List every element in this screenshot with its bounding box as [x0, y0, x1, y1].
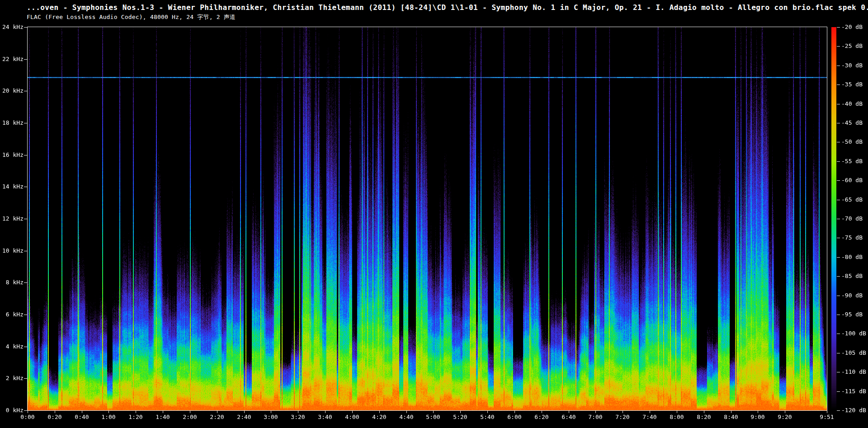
db-tick-label: -20 dB: [841, 24, 863, 31]
time-tick-mark: [271, 411, 271, 413]
db-tick-label: -80 dB: [841, 254, 863, 261]
db-tick-mark: [837, 104, 840, 104]
db-tick-mark: [837, 46, 840, 47]
db-tick-label: -25 dB: [841, 42, 863, 50]
freq-tick-label: 4 kHz: [0, 343, 24, 350]
spek-window: ...oven - Symphonies Nos.1-3 - Wiener Ph…: [0, 0, 868, 428]
db-tick-label: -85 dB: [841, 273, 863, 280]
db-tick-mark: [837, 353, 840, 353]
freq-tick-label: 18 kHz: [0, 119, 24, 127]
db-tick-mark: [837, 334, 840, 334]
freq-tick-mark: [24, 59, 27, 60]
freq-tick-mark: [24, 347, 27, 347]
freq-tick-label: 6 kHz: [0, 311, 24, 318]
time-tick-mark: [244, 411, 245, 413]
freq-tick-label: 12 kHz: [0, 215, 24, 222]
db-tick-mark: [837, 372, 840, 372]
db-tick-label: -70 dB: [841, 215, 863, 222]
freq-tick-label: 8 kHz: [0, 279, 24, 286]
window-title: ...oven - Symphonies Nos.1-3 - Wiener Ph…: [27, 3, 868, 12]
freq-tick-mark: [24, 315, 27, 315]
db-tick-label: -35 dB: [841, 81, 863, 88]
freq-tick-mark: [24, 155, 27, 155]
db-tick-label: -60 dB: [841, 177, 863, 184]
time-tick-mark: [217, 411, 217, 413]
freq-tick-label: 24 kHz: [0, 24, 24, 31]
freq-tick-label: 10 kHz: [0, 247, 24, 254]
db-tick-label: -75 dB: [841, 234, 863, 241]
freq-tick-label: 0 kHz: [0, 407, 24, 414]
time-tick-mark: [677, 411, 677, 413]
db-tick-mark: [837, 238, 840, 238]
time-tick-mark: [785, 411, 785, 413]
db-tick-label: -45 dB: [841, 119, 863, 127]
freq-tick-label: 14 kHz: [0, 183, 24, 190]
time-tick-mark: [595, 411, 596, 413]
db-tick-label: -120 dB: [841, 407, 866, 414]
db-tick-label: -100 dB: [841, 330, 866, 337]
freq-tick-mark: [24, 251, 27, 251]
freq-tick-label: 20 kHz: [0, 87, 24, 94]
time-tick-mark: [460, 411, 461, 413]
time-tick-mark: [55, 411, 55, 413]
db-tick-mark: [837, 180, 840, 181]
freq-tick-mark: [24, 123, 27, 123]
db-tick-mark: [837, 200, 840, 200]
db-tick-label: -90 dB: [841, 292, 863, 299]
time-tick-mark: [379, 411, 380, 413]
freq-tick-label: 2 kHz: [0, 375, 24, 382]
freq-tick-mark: [24, 187, 27, 187]
db-tick-mark: [837, 276, 840, 277]
db-tick-mark: [837, 315, 840, 315]
time-tick-mark: [487, 411, 488, 413]
file-info: FLAC (Free Lossless Audio Codec), 48000 …: [27, 13, 236, 21]
db-tick-label: -65 dB: [841, 196, 863, 203]
time-tick-mark: [731, 411, 731, 413]
time-tick-mark: [108, 411, 109, 413]
time-tick-mark: [163, 411, 163, 413]
db-tick-label: -40 dB: [841, 100, 863, 108]
freq-tick-mark: [24, 282, 27, 283]
time-tick-mark: [704, 411, 704, 413]
db-tick-label: -105 dB: [841, 349, 866, 357]
time-tick-mark: [352, 411, 353, 413]
db-tick-mark: [837, 391, 840, 392]
time-tick-mark: [542, 411, 542, 413]
db-tick-label: -55 dB: [841, 158, 863, 165]
db-tick-mark: [837, 161, 840, 162]
freq-tick-label: 22 kHz: [0, 56, 24, 63]
freq-tick-mark: [24, 410, 27, 411]
spectrogram-canvas: [28, 27, 827, 410]
time-tick-mark: [827, 411, 827, 413]
time-tick-mark: [190, 411, 190, 413]
time-tick-mark: [82, 411, 82, 413]
time-tick-mark: [28, 411, 28, 413]
freq-tick-mark: [24, 91, 27, 91]
db-tick-mark: [837, 142, 840, 142]
db-tick-mark: [837, 27, 840, 28]
db-tick-label: -110 dB: [841, 368, 866, 376]
db-tick-label: -115 dB: [841, 388, 866, 395]
freq-tick-mark: [24, 219, 27, 219]
db-tick-mark: [837, 257, 840, 258]
db-tick-mark: [837, 123, 840, 123]
time-tick-mark: [433, 411, 434, 413]
time-tick-mark: [569, 411, 569, 413]
db-tick-mark: [837, 410, 840, 411]
time-tick-mark: [623, 411, 623, 413]
time-tick-label: 9:20: [769, 414, 801, 421]
db-tick-mark: [837, 85, 840, 85]
db-tick-label: -30 dB: [841, 62, 863, 69]
time-tick-mark: [406, 411, 407, 413]
time-tick-mark: [325, 411, 326, 413]
colorbar-canvas: [831, 27, 836, 410]
db-tick-label: -50 dB: [841, 138, 863, 146]
db-tick-label: -95 dB: [841, 311, 863, 318]
freq-tick-mark: [24, 27, 27, 28]
time-tick-mark: [758, 411, 758, 413]
time-tick-mark: [650, 411, 650, 413]
db-tick-mark: [837, 66, 840, 66]
freq-tick-label: 16 kHz: [0, 151, 24, 159]
time-tick-mark: [514, 411, 515, 413]
time-tick-mark: [298, 411, 298, 413]
